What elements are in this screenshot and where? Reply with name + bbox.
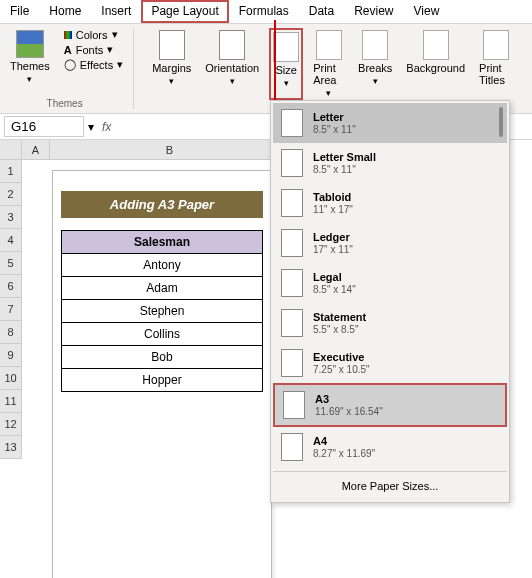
size-option-a4[interactable]: A48.27" x 11.69" bbox=[273, 427, 507, 467]
colors-icon bbox=[64, 31, 72, 39]
page-thumb-icon bbox=[281, 433, 303, 461]
grid[interactable]: Adding A3 Paper Salesman Antony Adam Ste… bbox=[22, 160, 282, 459]
name-box[interactable] bbox=[4, 116, 84, 137]
table-cell[interactable]: Collins bbox=[62, 323, 263, 346]
table-cell[interactable]: Adam bbox=[62, 277, 263, 300]
size-option-letter-small[interactable]: Letter Small8.5" x 11" bbox=[273, 143, 507, 183]
chevron-down-icon: ▾ bbox=[373, 76, 378, 86]
size-dim: 5.5" x 8.5" bbox=[313, 324, 358, 335]
print-titles-button[interactable]: Print Titles bbox=[475, 28, 516, 100]
row-header[interactable]: 1 bbox=[0, 160, 22, 183]
print-titles-icon bbox=[483, 30, 509, 60]
row-header[interactable]: 2 bbox=[0, 183, 22, 206]
size-option-a3[interactable]: A311.69" x 16.54" bbox=[273, 383, 507, 427]
size-name: A4 bbox=[313, 435, 375, 447]
fonts-button[interactable]: AFonts ▾ bbox=[64, 43, 123, 56]
themes-icon bbox=[16, 30, 44, 58]
row-header[interactable]: 11 bbox=[0, 390, 22, 413]
print-area-button[interactable]: Print Area▾ bbox=[309, 28, 348, 100]
page-thumb-icon bbox=[281, 189, 303, 217]
tab-review[interactable]: Review bbox=[344, 0, 403, 23]
column-headers: A B bbox=[22, 140, 290, 160]
themes-sub: Colors ▾ AFonts ▾ ◯Effects ▾ bbox=[64, 28, 123, 86]
row-header[interactable]: 3 bbox=[0, 206, 22, 229]
more-paper-sizes[interactable]: More Paper Sizes... bbox=[273, 471, 507, 500]
size-icon bbox=[273, 32, 299, 62]
row-headers: 1 2 3 4 5 6 7 8 9 10 11 12 13 bbox=[0, 160, 22, 459]
row-header[interactable]: 13 bbox=[0, 436, 22, 459]
menubar: File Home Insert Page Layout Formulas Da… bbox=[0, 0, 532, 24]
table-cell[interactable]: Hopper bbox=[62, 369, 263, 392]
size-option-executive[interactable]: Executive7.25" x 10.5" bbox=[273, 343, 507, 383]
size-name: Ledger bbox=[313, 231, 353, 243]
page-preview: Adding A3 Paper Salesman Antony Adam Ste… bbox=[52, 170, 272, 578]
table-cell[interactable]: Antony bbox=[62, 254, 263, 277]
table-cell[interactable]: Stephen bbox=[62, 300, 263, 323]
size-dim: 7.25" x 10.5" bbox=[313, 364, 370, 375]
margins-button[interactable]: Margins▾ bbox=[148, 28, 195, 100]
size-name: Statement bbox=[313, 311, 366, 323]
select-all[interactable] bbox=[0, 140, 22, 160]
row-header[interactable]: 4 bbox=[0, 229, 22, 252]
table-cell[interactable]: Bob bbox=[62, 346, 263, 369]
size-name: Executive bbox=[313, 351, 370, 363]
tab-formulas[interactable]: Formulas bbox=[229, 0, 299, 23]
tab-page-layout[interactable]: Page Layout bbox=[141, 0, 228, 23]
page-thumb-icon bbox=[281, 109, 303, 137]
page-thumb-icon bbox=[281, 229, 303, 257]
size-dim: 8.5" x 11" bbox=[313, 164, 356, 175]
col-header-a[interactable]: A bbox=[22, 140, 50, 160]
fonts-icon: A bbox=[64, 44, 72, 56]
tab-home[interactable]: Home bbox=[39, 0, 91, 23]
row-header[interactable]: 8 bbox=[0, 321, 22, 344]
page-setup-group: Margins▾ Orientation▾ Size▾ Print Area▾ … bbox=[148, 28, 526, 109]
row-header[interactable]: 7 bbox=[0, 298, 22, 321]
page-thumb-icon bbox=[281, 309, 303, 337]
orientation-icon bbox=[219, 30, 245, 60]
margins-icon bbox=[159, 30, 185, 60]
size-option-letter[interactable]: Letter8.5" x 11" bbox=[273, 103, 507, 143]
tab-data[interactable]: Data bbox=[299, 0, 344, 23]
tab-view[interactable]: View bbox=[404, 0, 450, 23]
group-label-themes: Themes bbox=[47, 98, 83, 109]
size-dim: 17" x 11" bbox=[313, 244, 353, 255]
themes-button[interactable]: Themes ▾ bbox=[6, 28, 54, 86]
row-header[interactable]: 5 bbox=[0, 252, 22, 275]
print-area-icon bbox=[316, 30, 342, 60]
scrollbar[interactable] bbox=[499, 107, 503, 137]
size-option-ledger[interactable]: Ledger17" x 11" bbox=[273, 223, 507, 263]
page-thumb-icon bbox=[281, 269, 303, 297]
col-header-b[interactable]: B bbox=[50, 140, 290, 160]
size-name: A3 bbox=[315, 393, 383, 405]
chevron-down-icon: ▾ bbox=[326, 88, 331, 98]
size-dim: 8.5" x 11" bbox=[313, 124, 356, 135]
tab-file[interactable]: File bbox=[0, 0, 39, 23]
chevron-down-icon: ▾ bbox=[230, 76, 235, 86]
row-header[interactable]: 9 bbox=[0, 344, 22, 367]
background-button[interactable]: Background bbox=[402, 28, 469, 100]
size-dim: 8.27" x 11.69" bbox=[313, 448, 375, 459]
colors-button[interactable]: Colors ▾ bbox=[64, 28, 123, 41]
themes-label: Themes bbox=[10, 60, 50, 72]
size-dim: 11" x 17" bbox=[313, 204, 353, 215]
effects-button[interactable]: ◯Effects ▾ bbox=[64, 58, 123, 71]
background-icon bbox=[423, 30, 449, 60]
size-dropdown: Letter8.5" x 11"Letter Small8.5" x 11"Ta… bbox=[270, 100, 510, 503]
tab-insert[interactable]: Insert bbox=[91, 0, 141, 23]
row-header[interactable]: 10 bbox=[0, 367, 22, 390]
page-thumb-icon bbox=[281, 349, 303, 377]
size-option-legal[interactable]: Legal8.5" x 14" bbox=[273, 263, 507, 303]
size-option-tabloid[interactable]: Tabloid11" x 17" bbox=[273, 183, 507, 223]
breaks-button[interactable]: Breaks▾ bbox=[354, 28, 396, 100]
size-option-statement[interactable]: Statement5.5" x 8.5" bbox=[273, 303, 507, 343]
row-header[interactable]: 6 bbox=[0, 275, 22, 298]
fx-icon[interactable]: fx bbox=[94, 120, 119, 134]
size-name: Tabloid bbox=[313, 191, 353, 203]
size-name: Legal bbox=[313, 271, 356, 283]
chevron-down-icon: ▾ bbox=[27, 74, 32, 84]
breaks-icon bbox=[362, 30, 388, 60]
orientation-button[interactable]: Orientation▾ bbox=[201, 28, 263, 100]
size-dim: 11.69" x 16.54" bbox=[315, 406, 383, 417]
size-name: Letter Small bbox=[313, 151, 376, 163]
row-header[interactable]: 12 bbox=[0, 413, 22, 436]
